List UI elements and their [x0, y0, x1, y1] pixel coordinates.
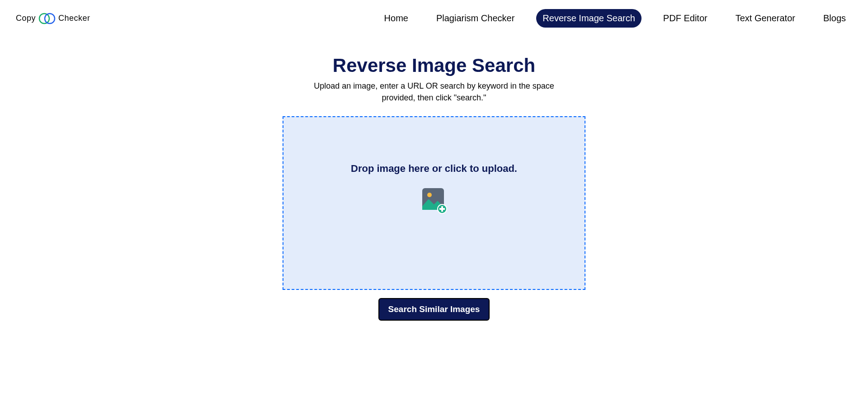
upload-image-icon [420, 187, 448, 216]
main-nav: Home Plagiarism Checker Reverse Image Se… [378, 9, 852, 28]
nav-item-home[interactable]: Home [378, 9, 415, 28]
nav-item-text-generator[interactable]: Text Generator [729, 9, 802, 28]
image-dropzone[interactable]: Drop image here or click to upload. [283, 116, 585, 290]
logo-text-left: Copy [16, 14, 36, 23]
main-content: Reverse Image Search Upload an image, en… [0, 37, 868, 321]
nav-item-reverse-image-search[interactable]: Reverse Image Search [536, 9, 642, 28]
nav-item-blogs[interactable]: Blogs [817, 9, 852, 28]
logo-text-right: Checker [58, 14, 90, 23]
dropzone-text: Drop image here or click to upload. [351, 163, 517, 175]
page-title: Reverse Image Search [333, 55, 535, 76]
logo[interactable]: Copy Checker [16, 12, 90, 25]
search-similar-images-button[interactable]: Search Similar Images [378, 298, 490, 321]
header: Copy Checker Home Plagiarism Checker Rev… [0, 0, 868, 37]
nav-item-pdf-editor[interactable]: PDF Editor [657, 9, 714, 28]
logo-icon [38, 12, 56, 25]
page-subtitle: Upload an image, enter a URL OR search b… [307, 80, 561, 104]
svg-rect-7 [439, 208, 445, 210]
nav-item-plagiarism-checker[interactable]: Plagiarism Checker [430, 9, 521, 28]
svg-point-3 [427, 193, 432, 197]
